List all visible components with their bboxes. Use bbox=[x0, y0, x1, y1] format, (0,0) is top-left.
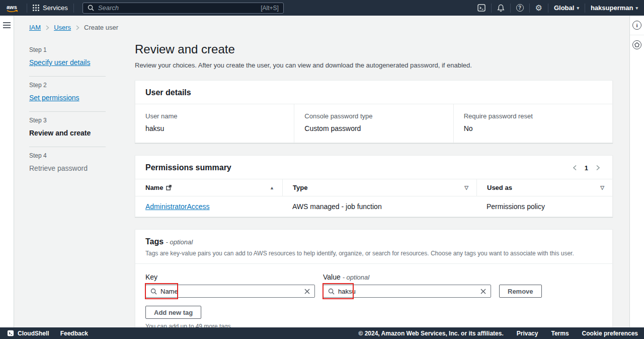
divider bbox=[510, 4, 511, 13]
cloudshell-button[interactable]: CloudShell bbox=[7, 330, 49, 337]
step-number: Step 4 bbox=[29, 152, 106, 159]
left-rail bbox=[0, 16, 14, 327]
main-column: Review and create Review your choices. A… bbox=[135, 41, 613, 327]
breadcrumb-current: Create user bbox=[84, 24, 118, 31]
tag-value-label-text: Value bbox=[323, 273, 341, 281]
cloudshell-icon[interactable] bbox=[477, 4, 486, 12]
filter-icon[interactable]: ▽ bbox=[464, 185, 468, 190]
pagination-current-page[interactable]: 1 bbox=[585, 164, 588, 172]
copyright-text: © 2024, Amazon Web Services, Inc. or its… bbox=[358, 330, 503, 337]
column-header-name[interactable]: Name ▲ bbox=[135, 179, 282, 196]
region-selector[interactable]: Global ▾ bbox=[554, 4, 579, 12]
clear-value-icon[interactable] bbox=[480, 289, 486, 294]
field-value: Custom password bbox=[304, 124, 443, 132]
right-rail: i bbox=[629, 16, 644, 327]
terms-link[interactable]: Terms bbox=[551, 330, 569, 337]
field-label: Console password type bbox=[304, 112, 443, 120]
top-navigation-bar: aws Services [Alt+S] ? bbox=[0, 0, 644, 16]
privacy-link[interactable]: Privacy bbox=[517, 330, 538, 337]
add-new-tag-button[interactable]: Add new tag bbox=[145, 306, 201, 319]
search-icon bbox=[88, 5, 94, 11]
external-link-icon bbox=[166, 185, 172, 190]
account-label: haksuperman bbox=[591, 4, 633, 12]
pagination: 1 bbox=[573, 164, 602, 172]
divider bbox=[630, 35, 644, 35]
services-label: Services bbox=[43, 4, 68, 12]
permissions-summary-header: Permissions summary 1 bbox=[135, 156, 612, 179]
divider bbox=[585, 4, 585, 13]
pagination-previous-icon[interactable] bbox=[573, 165, 577, 171]
user-name-field: User name haksu bbox=[135, 104, 294, 143]
divider bbox=[529, 4, 530, 13]
cell-used-as: Permissions policy bbox=[476, 196, 612, 217]
column-label: Name bbox=[145, 184, 163, 191]
policy-link-administratoraccess[interactable]: AdministratorAccess bbox=[145, 202, 210, 211]
step-2: Step 2 Set permissions bbox=[29, 76, 106, 111]
step-number: Step 1 bbox=[29, 46, 106, 53]
breadcrumb: IAM Users Create user bbox=[29, 24, 629, 31]
step-link-specify-user-details[interactable]: Specify user details bbox=[29, 58, 90, 66]
resources-icon[interactable] bbox=[632, 40, 641, 49]
menu-hamburger-icon[interactable] bbox=[3, 22, 11, 28]
step-link-set-permissions[interactable]: Set permissions bbox=[29, 94, 79, 102]
table-row: AdministratorAccess AWS managed - job fu… bbox=[135, 196, 612, 217]
info-icon[interactable]: i bbox=[632, 21, 641, 30]
user-details-grid: User name haksu Console password type Cu… bbox=[135, 104, 612, 143]
account-menu[interactable]: haksuperman ▾ bbox=[591, 4, 638, 12]
global-search[interactable]: [Alt+S] bbox=[83, 3, 284, 14]
user-details-header: User details bbox=[135, 81, 612, 104]
breadcrumb-users[interactable]: Users bbox=[54, 24, 71, 31]
field-value: No bbox=[464, 124, 602, 132]
sort-ascending-icon[interactable]: ▲ bbox=[270, 185, 274, 190]
help-glyph: ? bbox=[518, 5, 521, 11]
user-details-panel: User details User name haksu Console pas… bbox=[135, 80, 613, 143]
column-label: Used as bbox=[487, 184, 512, 191]
notifications-bell-icon[interactable] bbox=[497, 4, 505, 12]
step-current-review-and-create: Review and create bbox=[29, 129, 91, 137]
tags-panel: Tags - optional Tags are key-value pairs… bbox=[135, 229, 613, 327]
services-menu[interactable]: Services bbox=[33, 4, 68, 12]
divider bbox=[73, 4, 74, 13]
help-icon[interactable]: ? bbox=[516, 4, 524, 12]
search-input[interactable] bbox=[98, 4, 257, 12]
clear-key-icon[interactable] bbox=[304, 289, 310, 294]
divider bbox=[27, 4, 27, 13]
settings-gear-icon[interactable]: ⚙ bbox=[535, 4, 542, 12]
feedback-button[interactable]: Feedback bbox=[60, 330, 88, 337]
page-title: Review and create bbox=[135, 42, 613, 56]
tags-optional-suffix: - optional bbox=[166, 238, 193, 246]
chevron-right-icon bbox=[45, 25, 49, 30]
chevron-down-icon: ▾ bbox=[577, 6, 579, 11]
tag-value-optional-suffix: - optional bbox=[343, 274, 369, 281]
footer-right: © 2024, Amazon Web Services, Inc. or its… bbox=[358, 330, 638, 337]
permissions-table-header: Name ▲ Type ▽ Used as bbox=[135, 179, 612, 196]
column-header-used-as[interactable]: Used as ▽ bbox=[476, 179, 612, 196]
step-number: Step 3 bbox=[29, 117, 106, 124]
tag-value-input[interactable] bbox=[338, 288, 477, 295]
tag-value-label: Value - optional bbox=[323, 273, 491, 281]
wizard-steps-nav: Step 1 Specify user details Step 2 Set p… bbox=[29, 41, 106, 327]
breadcrumb-iam[interactable]: IAM bbox=[29, 24, 41, 31]
step-number: Step 2 bbox=[29, 82, 106, 89]
main-region: IAM Users Create user Step 1 Specify use… bbox=[0, 16, 644, 327]
info-glyph: i bbox=[636, 22, 637, 28]
divider bbox=[491, 4, 492, 13]
footer-bar: CloudShell Feedback © 2024, Amazon Web S… bbox=[0, 327, 644, 339]
tag-key-input[interactable] bbox=[160, 288, 301, 295]
tags-body: Key bbox=[135, 264, 612, 327]
require-password-reset-field: Require password reset No bbox=[453, 104, 612, 143]
aws-console: aws Services [Alt+S] ? bbox=[0, 0, 644, 339]
chevron-down-icon: ▾ bbox=[635, 6, 638, 11]
tag-key-input-wrap bbox=[145, 285, 315, 298]
pagination-next-icon[interactable] bbox=[596, 165, 600, 171]
permissions-summary-panel: Permissions summary 1 bbox=[135, 155, 613, 217]
column-header-type[interactable]: Type ▽ bbox=[282, 179, 476, 196]
search-icon bbox=[328, 288, 335, 295]
aws-logo[interactable]: aws bbox=[5, 3, 21, 13]
aws-logo-icon: aws bbox=[5, 3, 21, 13]
step-disabled-retrieve-password: Retrieve password bbox=[29, 164, 88, 172]
remove-tag-button[interactable]: Remove bbox=[499, 285, 542, 298]
filter-icon[interactable]: ▽ bbox=[600, 185, 604, 190]
console-password-type-field: Console password type Custom password bbox=[294, 104, 453, 143]
cookie-preferences-link[interactable]: Cookie preferences bbox=[582, 330, 638, 337]
